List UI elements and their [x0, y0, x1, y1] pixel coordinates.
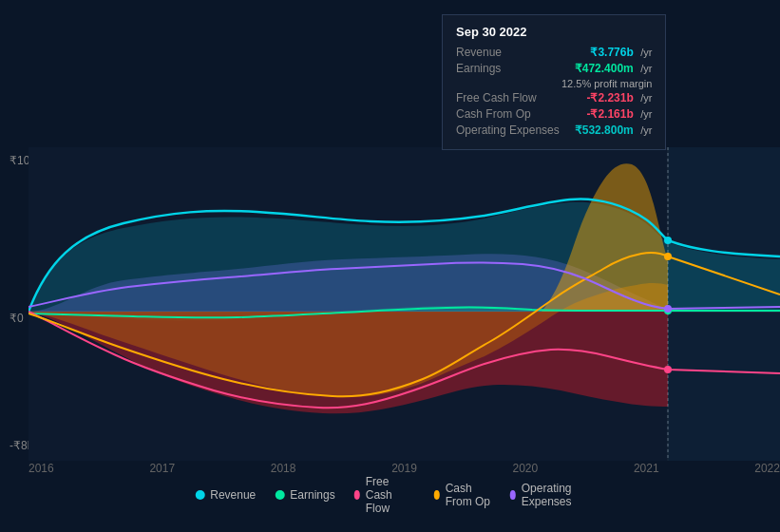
legend-dot-opex: [510, 490, 516, 500]
legend-earnings[interactable]: Earnings: [275, 488, 334, 502]
x-label-2017: 2017: [149, 462, 175, 475]
x-label-2018: 2018: [271, 462, 296, 475]
legend-dot-revenue: [195, 490, 204, 500]
tooltip-value-fcf: -₹2.231b /yr: [586, 91, 652, 104]
legend-label-opex: Operating Expenses: [522, 482, 585, 508]
tooltip-box: Sep 30 2022 Revenue ₹3.776b /yr Earnings…: [442, 14, 666, 150]
tooltip-row-opex: Operating Expenses ₹532.800m /yr: [456, 124, 652, 137]
legend-label-earnings: Earnings: [290, 488, 334, 502]
legend-revenue[interactable]: Revenue: [195, 488, 256, 502]
tooltip-label-opex: Operating Expenses: [456, 124, 560, 137]
legend: Revenue Earnings Free Cash Flow Cash Fro…: [195, 475, 585, 515]
legend-dot-cashop: [434, 490, 440, 500]
tooltip-value-cashop: -₹2.161b /yr: [586, 107, 652, 121]
tooltip-row-earnings: Earnings ₹472.400m /yr: [456, 62, 652, 75]
tooltip-label-earnings: Earnings: [456, 62, 501, 75]
y-axis-mid: ₹0: [10, 312, 24, 325]
svg-point-5: [664, 237, 672, 244]
profit-margin: 12.5% profit margin: [456, 78, 652, 89]
tooltip-label-revenue: Revenue: [456, 46, 502, 59]
legend-fcf[interactable]: Free Cash Flow: [354, 475, 415, 515]
tooltip-row-revenue: Revenue ₹3.776b /yr: [456, 46, 652, 59]
svg-point-8: [664, 253, 672, 260]
chart-container: Sep 30 2022 Revenue ₹3.776b /yr Earnings…: [0, 0, 780, 532]
tooltip-row-cashop: Cash From Op -₹2.161b /yr: [456, 107, 652, 121]
x-axis: 2016 2017 2018 2019 2020 2021 2022: [29, 462, 780, 475]
legend-dot-earnings: [275, 490, 284, 500]
tooltip-title: Sep 30 2022: [456, 25, 652, 39]
legend-cashop[interactable]: Cash From Op: [434, 482, 491, 508]
tooltip-row-fcf: Free Cash Flow -₹2.231b /yr: [456, 91, 652, 104]
tooltip-label-cashop: Cash From Op: [456, 107, 531, 121]
legend-label-fcf: Free Cash Flow: [366, 475, 415, 515]
svg-point-7: [664, 366, 672, 373]
legend-opex[interactable]: Operating Expenses: [510, 482, 585, 508]
x-label-2021: 2021: [634, 462, 659, 475]
x-label-2020: 2020: [513, 462, 539, 475]
x-label-2016: 2016: [29, 462, 54, 475]
tooltip-value-revenue: ₹3.776b /yr: [590, 46, 652, 59]
legend-label-cashop: Cash From Op: [446, 482, 491, 508]
legend-label-revenue: Revenue: [210, 488, 256, 502]
tooltip-value-opex: ₹532.800m /yr: [575, 124, 653, 137]
tooltip-label-fcf: Free Cash Flow: [456, 91, 537, 104]
svg-point-9: [664, 305, 672, 313]
tooltip-value-earnings: ₹472.400m /yr: [575, 62, 653, 75]
x-label-2022: 2022: [754, 462, 780, 475]
legend-dot-fcf: [354, 490, 360, 500]
x-label-2019: 2019: [391, 462, 417, 475]
chart-svg: [29, 147, 780, 461]
